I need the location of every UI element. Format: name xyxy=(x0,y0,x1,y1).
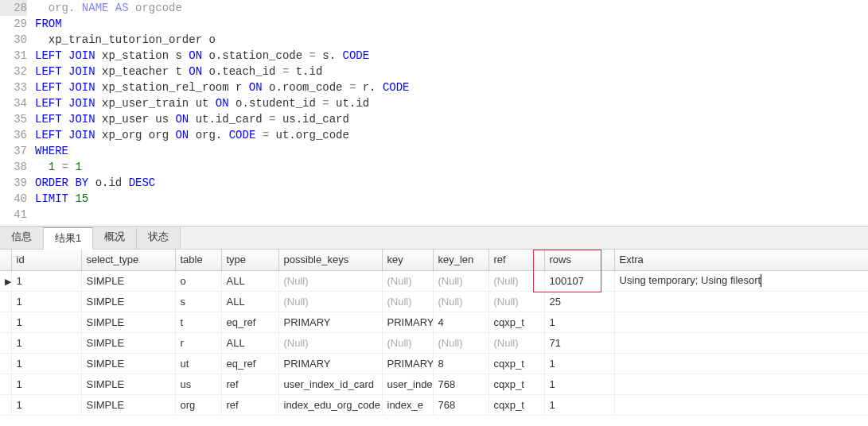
cell-rows[interactable]: 71 xyxy=(544,332,614,353)
col-header-key_len[interactable]: key_len xyxy=(433,250,488,270)
tab-status[interactable]: 状态 xyxy=(137,227,181,249)
cell-key[interactable]: (Null) xyxy=(382,291,433,312)
cell-type[interactable]: ALL xyxy=(221,332,278,353)
code-line[interactable]: LEFT JOIN xp_org org ON org. CODE = ut.o… xyxy=(35,127,868,143)
cell-Extra[interactable] xyxy=(614,374,868,394)
cell-table[interactable]: ut xyxy=(175,353,221,374)
code-line[interactable]: LIMIT 15 xyxy=(35,191,868,207)
cell-Extra[interactable] xyxy=(614,353,868,374)
cell-id[interactable]: 1 xyxy=(11,332,81,353)
col-header-table[interactable]: table xyxy=(175,250,221,270)
code-line[interactable]: LEFT JOIN xp_station s ON o.station_code… xyxy=(35,48,868,64)
table-row[interactable]: 1SIMPLEorgrefindex_edu_org_codeindex_e76… xyxy=(0,394,868,415)
cell-table[interactable]: org xyxy=(175,394,221,415)
cell-Extra[interactable] xyxy=(614,312,868,332)
table-row[interactable]: 1SIMPLErALL(Null)(Null)(Null)(Null)71 xyxy=(0,332,868,353)
cell-ref[interactable]: (Null) xyxy=(488,332,544,353)
cell-table[interactable]: r xyxy=(175,332,221,353)
cell-select_type[interactable]: SIMPLE xyxy=(81,312,175,332)
cell-type[interactable]: eq_ref xyxy=(221,353,278,374)
code-line[interactable]: LEFT JOIN xp_teacher t ON o.teach_id = t… xyxy=(35,64,868,79)
tab-info[interactable]: 信息 xyxy=(0,227,44,249)
cell-ref[interactable]: cqxp_t xyxy=(488,312,544,332)
cell-id[interactable]: 1 xyxy=(11,394,81,415)
cell-type[interactable]: ALL xyxy=(221,270,278,291)
cell-select_type[interactable]: SIMPLE xyxy=(81,374,175,394)
code-line[interactable] xyxy=(35,207,868,223)
cell-table[interactable]: t xyxy=(175,312,221,332)
tab-profile[interactable]: 概况 xyxy=(93,227,137,249)
cell-rows[interactable]: 1 xyxy=(544,312,614,332)
cell-key_len[interactable]: 4 xyxy=(433,312,488,332)
cell-type[interactable]: ALL xyxy=(221,291,278,312)
cell-key[interactable]: (Null) xyxy=(382,270,433,291)
col-header-rows[interactable]: rows xyxy=(544,250,614,270)
cell-type[interactable]: ref xyxy=(221,374,278,394)
cell-select_type[interactable]: SIMPLE xyxy=(81,291,175,312)
code-line[interactable]: org. NAME AS orgcode xyxy=(35,0,868,16)
col-header-Extra[interactable]: Extra xyxy=(614,250,868,270)
table-row[interactable]: 1SIMPLEsALL(Null)(Null)(Null)(Null)25 xyxy=(0,291,868,312)
cell-type[interactable]: ref xyxy=(221,394,278,415)
cell-possible_keys[interactable]: PRIMARY xyxy=(278,312,382,332)
cell-select_type[interactable]: SIMPLE xyxy=(81,332,175,353)
code-line[interactable]: WHERE xyxy=(35,143,868,159)
cell-Extra[interactable] xyxy=(614,394,868,415)
cell-key_len[interactable]: 768 xyxy=(433,374,488,394)
code-line[interactable]: xp_train_tutorion_order o xyxy=(35,32,868,48)
cell-table[interactable]: s xyxy=(175,291,221,312)
cell-key[interactable]: PRIMARY xyxy=(382,312,433,332)
cell-key_len[interactable]: 8 xyxy=(433,353,488,374)
cell-select_type[interactable]: SIMPLE xyxy=(81,394,175,415)
cell-possible_keys[interactable]: (Null) xyxy=(278,332,382,353)
code-line[interactable]: LEFT JOIN xp_station_rel_room r ON o.roo… xyxy=(35,79,868,95)
cell-ref[interactable]: (Null) xyxy=(488,270,544,291)
code-editor[interactable]: 2829303132333435363738394041 org. NAME A… xyxy=(0,0,868,223)
cell-Extra[interactable] xyxy=(614,332,868,353)
cell-ref[interactable]: cqxp_t xyxy=(488,374,544,394)
result-grid[interactable]: idselect_typetabletypepossible_keyskeyke… xyxy=(0,250,868,416)
cell-select_type[interactable]: SIMPLE xyxy=(81,270,175,291)
table-row[interactable]: ▶1SIMPLEoALL(Null)(Null)(Null)(Null)1001… xyxy=(0,270,868,291)
cell-key_len[interactable]: (Null) xyxy=(433,332,488,353)
cell-key_len[interactable]: 768 xyxy=(433,394,488,415)
cell-key_len[interactable]: (Null) xyxy=(433,270,488,291)
cell-key[interactable]: (Null) xyxy=(382,332,433,353)
cell-select_type[interactable]: SIMPLE xyxy=(81,353,175,374)
cell-possible_keys[interactable]: index_edu_org_code xyxy=(278,394,382,415)
code-line[interactable]: LEFT JOIN xp_user_train ut ON o.student_… xyxy=(35,95,868,111)
cell-key[interactable]: PRIMARY xyxy=(382,353,433,374)
code-area[interactable]: org. NAME AS orgcodeFROM xp_train_tutori… xyxy=(35,0,868,223)
cell-key_len[interactable]: (Null) xyxy=(433,291,488,312)
cell-possible_keys[interactable]: PRIMARY xyxy=(278,353,382,374)
code-line[interactable]: 1 = 1 xyxy=(35,159,868,175)
col-header-id[interactable]: id xyxy=(11,250,81,270)
col-header-select_type[interactable]: select_type xyxy=(81,250,175,270)
cell-rows[interactable]: 1 xyxy=(544,374,614,394)
code-line[interactable]: ORDER BY o.id DESC xyxy=(35,175,868,191)
code-line[interactable]: LEFT JOIN xp_user us ON ut.id_card = us.… xyxy=(35,111,868,127)
cell-ref[interactable]: cqxp_t xyxy=(488,353,544,374)
cell-rows[interactable]: 1 xyxy=(544,394,614,415)
table-row[interactable]: 1SIMPLEteq_refPRIMARYPRIMARY4cqxp_t1 xyxy=(0,312,868,332)
cell-rows[interactable]: 25 xyxy=(544,291,614,312)
col-header-ref[interactable]: ref xyxy=(488,250,544,270)
table-row[interactable]: 1SIMPLEuteq_refPRIMARYPRIMARY8cqxp_t1 xyxy=(0,353,868,374)
cell-id[interactable]: 1 xyxy=(11,291,81,312)
cell-id[interactable]: 1 xyxy=(11,312,81,332)
cell-id[interactable]: 1 xyxy=(11,374,81,394)
cell-rows[interactable]: 1 xyxy=(544,353,614,374)
cell-key[interactable]: user_index xyxy=(382,374,433,394)
cell-possible_keys[interactable]: (Null) xyxy=(278,291,382,312)
col-header-possible_keys[interactable]: possible_keys xyxy=(278,250,382,270)
cell-ref[interactable]: (Null) xyxy=(488,291,544,312)
cell-Extra[interactable]: Using temporary; Using filesort xyxy=(614,270,868,291)
cell-id[interactable]: 1 xyxy=(11,270,81,291)
cell-Extra[interactable] xyxy=(614,291,868,312)
table-row[interactable]: 1SIMPLEusrefuser_index_id_carduser_index… xyxy=(0,374,868,394)
cell-key[interactable]: index_e xyxy=(382,394,433,415)
col-header-type[interactable]: type xyxy=(221,250,278,270)
cell-id[interactable]: 1 xyxy=(11,353,81,374)
cell-possible_keys[interactable]: user_index_id_card xyxy=(278,374,382,394)
cell-possible_keys[interactable]: (Null) xyxy=(278,270,382,291)
